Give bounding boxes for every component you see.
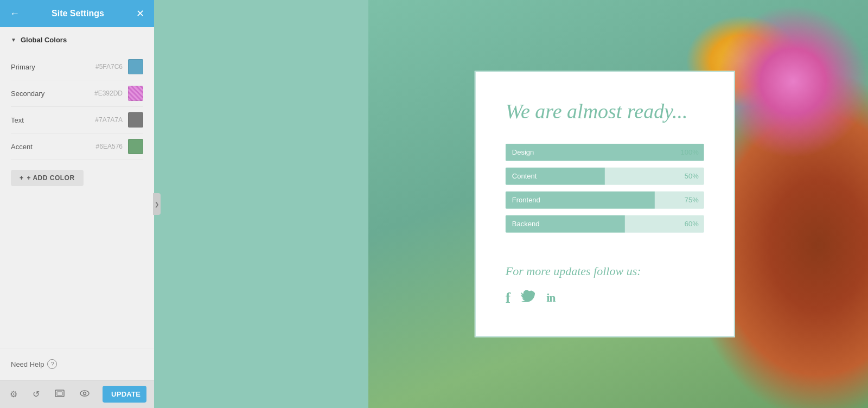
main-canvas: We are almost ready... Design 100% Conte… bbox=[154, 0, 868, 408]
color-row-accent: Accent #6EA576 bbox=[11, 133, 143, 160]
svg-point-3 bbox=[84, 392, 86, 394]
twitter-icon[interactable] bbox=[521, 289, 535, 306]
accent-hex: #6EA576 bbox=[96, 143, 123, 150]
responsive-button[interactable] bbox=[53, 387, 67, 401]
progress-label-design: Design bbox=[512, 148, 534, 156]
global-colors-label: Global Colors bbox=[21, 36, 67, 44]
back-button[interactable]: ← bbox=[8, 6, 22, 22]
plus-icon: + bbox=[20, 174, 24, 182]
progress-section: Design 100% Content 50% Frontend bbox=[506, 143, 704, 239]
sidebar-footer: ⚙ ↺ UPDATE ▾ bbox=[0, 380, 154, 408]
progress-item-frontend: Frontend 75% bbox=[506, 191, 704, 208]
update-button-group: UPDATE ▾ bbox=[103, 386, 146, 403]
settings-button[interactable]: ⚙ bbox=[8, 387, 20, 401]
sidebar: ← Site Settings ✕ ▼ Global Colors Primar… bbox=[0, 0, 154, 408]
color-row-secondary: Secondary #E392DD bbox=[11, 80, 143, 107]
need-help-section[interactable]: Need Help ? bbox=[0, 348, 154, 380]
progress-pct-backend: 60% bbox=[685, 220, 699, 228]
svg-point-2 bbox=[80, 391, 89, 396]
color-row-primary: Primary #5FA7C6 bbox=[11, 54, 143, 80]
primary-swatch[interactable] bbox=[128, 59, 143, 74]
sidebar-collapse-handle[interactable]: ❯ bbox=[153, 193, 161, 215]
close-button[interactable]: ✕ bbox=[134, 5, 146, 22]
social-icons: f in bbox=[506, 289, 556, 306]
text-swatch[interactable] bbox=[128, 112, 143, 127]
accent-swatch[interactable] bbox=[128, 139, 143, 154]
text-label: Text bbox=[11, 116, 95, 124]
progress-label-frontend: Frontend bbox=[512, 196, 540, 204]
progress-label-backend: Backend bbox=[512, 220, 540, 228]
secondary-hex: #E392DD bbox=[94, 90, 123, 97]
svg-rect-1 bbox=[57, 392, 62, 396]
progress-item-backend: Backend 60% bbox=[506, 215, 704, 232]
follow-section: For more updates follow us: f in bbox=[506, 264, 704, 306]
primary-label: Primary bbox=[11, 63, 95, 71]
update-main-button[interactable]: UPDATE bbox=[103, 386, 146, 403]
sidebar-title: Site Settings bbox=[52, 9, 104, 18]
sidebar-content: ▼ Global Colors Primary #5FA7C6 Secondar… bbox=[0, 27, 154, 348]
facebook-icon[interactable]: f bbox=[506, 289, 510, 306]
add-color-button[interactable]: + + ADD COLOR bbox=[11, 170, 84, 186]
secondary-swatch[interactable] bbox=[128, 86, 143, 101]
color-row-text: Text #7A7A7A bbox=[11, 107, 143, 133]
global-colors-heading[interactable]: ▼ Global Colors bbox=[11, 36, 143, 44]
add-color-label: + ADD COLOR bbox=[27, 174, 75, 182]
follow-text: For more updates follow us: bbox=[506, 264, 641, 278]
content-card: We are almost ready... Design 100% Conte… bbox=[475, 71, 735, 337]
chevron-down-icon: ▼ bbox=[11, 37, 16, 43]
card-title: We are almost ready... bbox=[506, 99, 688, 124]
accent-label: Accent bbox=[11, 143, 96, 151]
global-colors-section: ▼ Global Colors Primary #5FA7C6 Secondar… bbox=[0, 27, 154, 195]
help-label: Need Help bbox=[11, 360, 44, 368]
progress-label-content: Content bbox=[512, 172, 537, 180]
preview-button[interactable] bbox=[78, 387, 92, 401]
progress-pct-content: 50% bbox=[685, 172, 699, 180]
linkedin-icon[interactable]: in bbox=[546, 290, 555, 304]
text-hex: #7A7A7A bbox=[95, 116, 123, 124]
progress-pct-frontend: 75% bbox=[685, 196, 699, 204]
history-button[interactable]: ↺ bbox=[30, 387, 42, 401]
secondary-label: Secondary bbox=[11, 90, 94, 98]
progress-pct-design: 100% bbox=[681, 148, 699, 156]
help-icon: ? bbox=[47, 359, 57, 369]
primary-hex: #5FA7C6 bbox=[95, 63, 123, 71]
progress-item-content: Content 50% bbox=[506, 167, 704, 184]
progress-item-design: Design 100% bbox=[506, 143, 704, 161]
sidebar-header: ← Site Settings ✕ bbox=[0, 0, 154, 27]
